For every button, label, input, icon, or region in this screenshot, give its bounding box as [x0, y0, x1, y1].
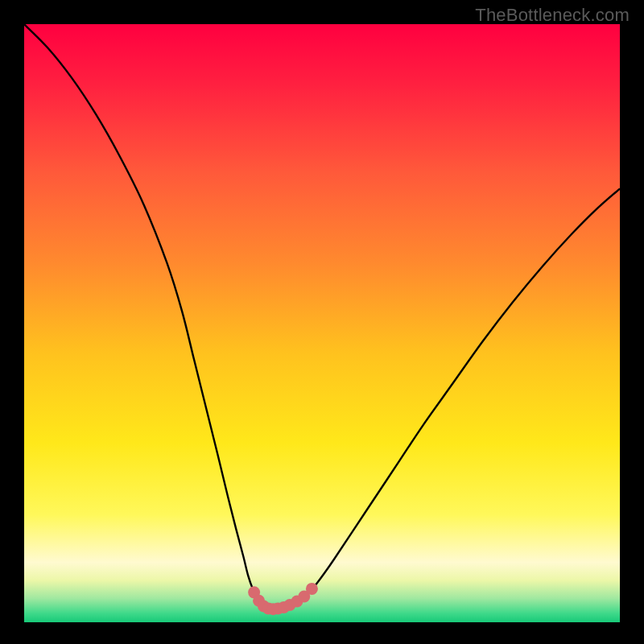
gradient-background	[24, 24, 620, 622]
watermark-text: TheBottleneck.com	[475, 5, 630, 26]
bottleneck-chart	[24, 24, 620, 622]
plot-area	[24, 24, 620, 622]
curve-marker	[306, 583, 318, 595]
chart-stage: TheBottleneck.com	[0, 0, 644, 644]
